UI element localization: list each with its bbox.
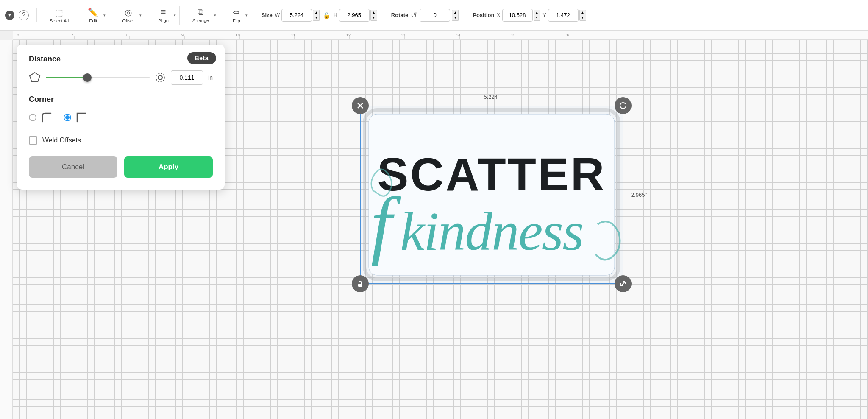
rotate-handle[interactable] bbox=[615, 97, 632, 114]
rotate-spinner[interactable]: ▲ ▼ bbox=[452, 10, 459, 21]
edit-dropdown-arrow-icon[interactable]: ▾ bbox=[103, 13, 106, 17]
offset-dropdown-arrow-icon[interactable]: ▾ bbox=[139, 13, 142, 17]
slider-thumb[interactable] bbox=[83, 73, 92, 82]
size-w-up[interactable]: ▲ bbox=[313, 10, 320, 15]
design-container[interactable]: 5.224" 2.965" kindness SCATTER bbox=[360, 106, 623, 284]
beta-badge: Beta bbox=[187, 52, 216, 64]
svg-rect-26 bbox=[358, 284, 362, 287]
help-button[interactable]: ? bbox=[16, 8, 31, 22]
rotate-input[interactable] bbox=[420, 9, 450, 22]
select-all-button[interactable]: ⬚ Select All bbox=[47, 6, 71, 25]
select-all-label: Select All bbox=[50, 18, 69, 23]
slider-fill bbox=[46, 77, 87, 78]
distance-row: in bbox=[29, 70, 213, 85]
distance-slider[interactable] bbox=[46, 77, 150, 78]
position-y-label: Y bbox=[543, 12, 546, 18]
toolbar-offset-group: ◎ Offset ▾ bbox=[116, 6, 145, 25]
rotate-up[interactable]: ▲ bbox=[452, 10, 459, 15]
distance-title: Distance bbox=[29, 55, 213, 64]
apply-button[interactable]: Apply bbox=[124, 156, 213, 178]
toolbar-select-all-group: ⬚ Select All bbox=[44, 6, 75, 25]
dialog-buttons: Cancel Apply bbox=[29, 156, 213, 178]
position-x-input[interactable] bbox=[502, 9, 533, 22]
align-label: Align bbox=[158, 18, 168, 23]
size-h-label: H bbox=[334, 12, 337, 18]
cancel-button[interactable]: Cancel bbox=[29, 156, 117, 178]
position-x-up[interactable]: ▲ bbox=[534, 10, 540, 15]
edit-label: Edit bbox=[89, 18, 97, 23]
distance-spinner-icon bbox=[155, 72, 166, 83]
position-x-down[interactable]: ▼ bbox=[534, 15, 540, 21]
toolbar-align-group: ≡ Align ▾ bbox=[152, 6, 179, 25]
weld-offsets-row: Weld Offsets bbox=[29, 136, 213, 145]
size-h-up[interactable]: ▲ bbox=[370, 10, 377, 15]
offset-button[interactable]: ◎ Offset bbox=[120, 6, 137, 25]
svg-line-27 bbox=[621, 282, 625, 286]
distance-section: Distance in bbox=[29, 55, 213, 85]
arrange-label: Arrange bbox=[192, 18, 209, 23]
toolbar-position-group: Position X ▲ ▼ Y ▲ ▼ bbox=[469, 9, 589, 22]
flip-button[interactable]: ⇔ Flip bbox=[230, 6, 243, 25]
corner-rounded-radio[interactable] bbox=[29, 114, 36, 121]
toolbar: ▼ ? ⬚ Select All ✏️ Edit ▾ ◎ Offset ▾ ≡ … bbox=[0, 0, 868, 31]
toolbar-flip-group: ⇔ Flip ▾ bbox=[227, 6, 251, 25]
size-label: Size bbox=[262, 12, 273, 18]
help-icon: ? bbox=[19, 10, 29, 20]
size-w-input[interactable] bbox=[281, 9, 312, 22]
resize-handle[interactable] bbox=[615, 275, 632, 292]
corner-sharp-option[interactable] bbox=[64, 111, 88, 124]
flip-icon: ⇔ bbox=[233, 7, 240, 17]
corner-sharp-radio-fill bbox=[65, 115, 70, 120]
corner-section: Corner bbox=[29, 95, 213, 124]
size-w-group: W ▲ ▼ bbox=[275, 9, 320, 22]
select-all-icon: ⬚ bbox=[55, 7, 63, 17]
size-w-spinner[interactable]: ▲ ▼ bbox=[313, 10, 320, 21]
weld-offsets-checkbox[interactable] bbox=[29, 136, 37, 145]
lock-handle[interactable] bbox=[352, 275, 369, 292]
svg-point-38 bbox=[158, 75, 162, 80]
offset-dialog: Beta Distance in Corner bbox=[17, 45, 225, 190]
toolbar-rotate-group: Rotate ↺ ▲ ▼ bbox=[388, 9, 462, 22]
toolbar-edit-group: ✏️ Edit ▾ bbox=[82, 6, 109, 25]
position-y-input[interactable] bbox=[548, 9, 579, 22]
size-w-down[interactable]: ▼ bbox=[313, 15, 320, 21]
corner-rounded-shape bbox=[40, 111, 53, 124]
size-h-input[interactable] bbox=[339, 9, 370, 22]
rotate-label: Rotate bbox=[391, 12, 408, 18]
svg-text:2: 2 bbox=[17, 33, 19, 37]
lock-aspect-icon[interactable]: 🔒 bbox=[322, 12, 331, 19]
position-y-down[interactable]: ▼ bbox=[579, 15, 586, 21]
size-h-down[interactable]: ▼ bbox=[370, 15, 377, 21]
size-h-spinner[interactable]: ▲ ▼ bbox=[370, 10, 377, 21]
svg-text:8: 8 bbox=[126, 33, 128, 37]
dropdown-button[interactable]: ▼ bbox=[5, 11, 14, 20]
corner-rounded-option[interactable] bbox=[29, 111, 53, 124]
edit-button[interactable]: ✏️ Edit bbox=[85, 6, 101, 25]
close-handle[interactable] bbox=[352, 97, 369, 114]
align-dropdown-arrow-icon[interactable]: ▾ bbox=[174, 13, 176, 17]
svg-point-39 bbox=[156, 73, 164, 82]
toolbar-arrange-group: ⧉ Arrange ▾ bbox=[186, 6, 220, 25]
distance-value-input[interactable] bbox=[171, 70, 203, 85]
arrange-button[interactable]: ⧉ Arrange bbox=[190, 6, 211, 25]
position-y-up[interactable]: ▲ bbox=[579, 10, 586, 15]
weld-offsets-label: Weld Offsets bbox=[42, 137, 81, 144]
width-dimension-label: 5.224" bbox=[484, 94, 499, 100]
rotate-icon: ↺ bbox=[411, 11, 417, 20]
arrange-dropdown-arrow-icon[interactable]: ▾ bbox=[214, 13, 216, 17]
corner-sharp-radio[interactable] bbox=[64, 114, 71, 121]
selection-box bbox=[360, 106, 623, 284]
align-button[interactable]: ≡ Align bbox=[156, 6, 171, 25]
flip-dropdown-arrow-icon[interactable]: ▾ bbox=[245, 13, 248, 17]
position-x-label: X bbox=[497, 12, 501, 18]
position-x-spinner[interactable]: ▲ ▼ bbox=[534, 10, 540, 21]
svg-marker-37 bbox=[30, 73, 40, 82]
ruler-horizontal: 2 7 8 9 10 11 12 13 14 15 16 bbox=[13, 31, 868, 40]
toolbar-size-group: Size W ▲ ▼ 🔒 H ▲ ▼ bbox=[258, 9, 381, 22]
position-y-spinner[interactable]: ▲ ▼ bbox=[579, 10, 586, 21]
toolbar-left-controls: ▼ ? bbox=[5, 8, 37, 22]
rotate-down[interactable]: ▼ bbox=[452, 15, 459, 21]
position-y-group: Y ▲ ▼ bbox=[543, 9, 586, 22]
ruler-vertical bbox=[0, 40, 13, 419]
position-x-group: X ▲ ▼ bbox=[497, 9, 540, 22]
